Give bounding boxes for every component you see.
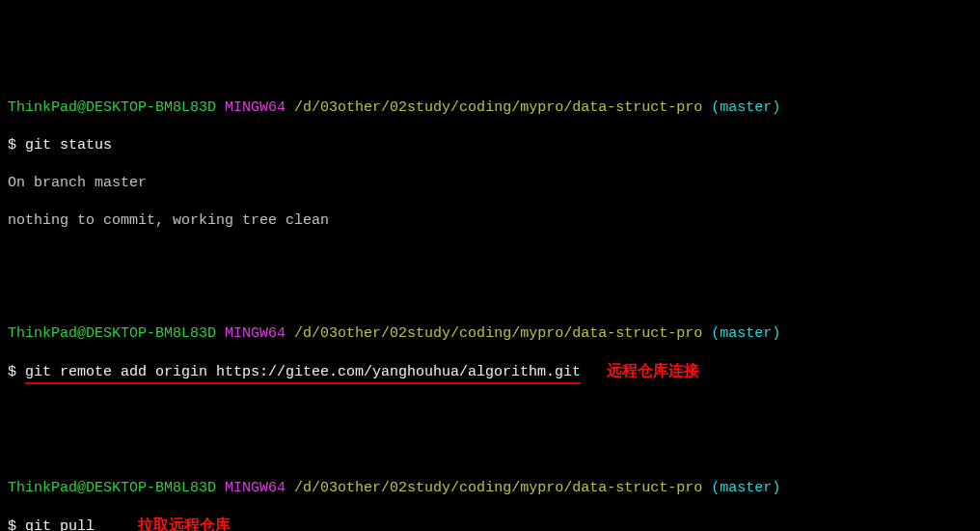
- annotation-pull: 拉取远程仓库: [138, 517, 231, 532]
- blank-line: [8, 404, 972, 423]
- prompt-branch: (master): [711, 325, 780, 342]
- prompt-line-1: ThinkPad@DESKTOP-BM8L83D MINGW64 /d/03ot…: [8, 98, 972, 118]
- prompt-line-2: ThinkPad@DESKTOP-BM8L83D MINGW64 /d/03ot…: [8, 324, 972, 344]
- output-text: nothing to commit, working tree clean: [8, 211, 972, 231]
- blank-line: [8, 249, 972, 268]
- command-line-2[interactable]: $ git remote add origin https://gitee.co…: [8, 362, 972, 385]
- prompt-user: ThinkPad@DESKTOP-BM8L83D: [8, 480, 216, 496]
- command-line-3[interactable]: $ git pull 拉取远程仓库: [8, 517, 972, 532]
- annotation-remote: 远程仓库连接: [607, 363, 699, 380]
- prompt-dollar: $: [8, 137, 16, 154]
- prompt-path: /d/03other/02study/coding/mypro/data-str…: [294, 325, 702, 342]
- prompt-branch: (master): [711, 99, 780, 116]
- prompt-sys: MINGW64: [225, 325, 286, 342]
- cmd-git-remote: git remote add origin https://gitee.com/…: [25, 363, 581, 385]
- prompt-sys: MINGW64: [225, 99, 286, 116]
- cmd-git-status: git status: [25, 137, 112, 154]
- prompt-user: ThinkPad@DESKTOP-BM8L83D: [8, 99, 216, 116]
- prompt-user: ThinkPad@DESKTOP-BM8L83D: [8, 325, 216, 342]
- prompt-path: /d/03other/02study/coding/mypro/data-str…: [294, 99, 702, 116]
- prompt-branch: (master): [711, 480, 780, 496]
- prompt-dollar: $: [8, 518, 16, 532]
- output-text: On branch master: [8, 174, 972, 193]
- prompt-line-3: ThinkPad@DESKTOP-BM8L83D MINGW64 /d/03ot…: [8, 479, 972, 498]
- prompt-path: /d/03other/02study/coding/mypro/data-str…: [294, 480, 702, 496]
- command-line-1[interactable]: $ git status: [8, 136, 972, 155]
- prompt-dollar: $: [8, 364, 16, 380]
- prompt-sys: MINGW64: [225, 480, 286, 496]
- cmd-git-pull: git pull: [25, 517, 95, 532]
